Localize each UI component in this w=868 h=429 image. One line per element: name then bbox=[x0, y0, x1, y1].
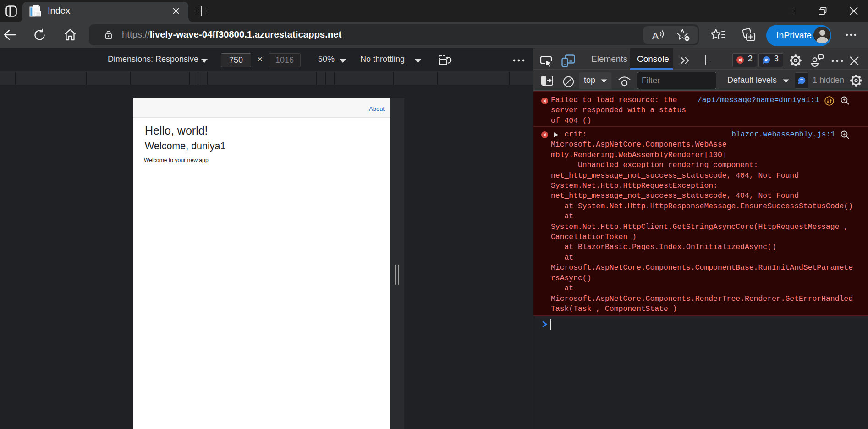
svg-text:A: A bbox=[652, 30, 659, 41]
